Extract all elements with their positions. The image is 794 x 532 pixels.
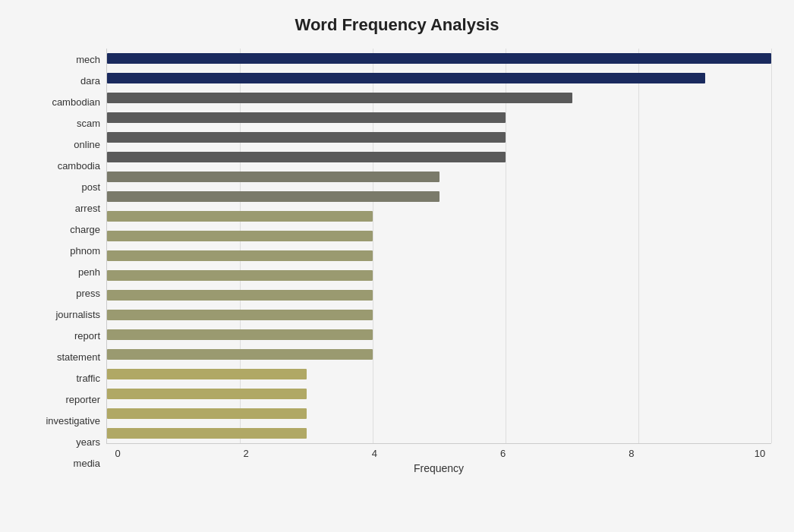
bar bbox=[107, 369, 307, 379]
bar-row bbox=[107, 384, 771, 404]
y-label: journalists bbox=[55, 304, 100, 326]
bar bbox=[107, 53, 771, 64]
y-label: penh bbox=[78, 261, 100, 282]
y-label: report bbox=[74, 326, 100, 347]
y-label: traffic bbox=[76, 368, 100, 389]
bar bbox=[107, 250, 373, 261]
x-tick-label: 6 bbox=[492, 448, 515, 459]
bar-row bbox=[107, 364, 771, 384]
bar bbox=[107, 152, 506, 162]
bar-row bbox=[107, 108, 771, 127]
y-label: online bbox=[74, 134, 100, 155]
y-label: years bbox=[76, 432, 100, 453]
bar-row bbox=[107, 187, 771, 206]
bar-row bbox=[107, 147, 771, 167]
x-tick-label: 0 bbox=[106, 448, 129, 459]
bar bbox=[107, 329, 373, 340]
bar-row bbox=[107, 88, 771, 108]
y-label: cambodia bbox=[58, 155, 100, 176]
bar bbox=[107, 270, 373, 281]
bar-row bbox=[107, 285, 771, 305]
bar bbox=[107, 73, 705, 83]
y-label: dara bbox=[80, 70, 100, 91]
bar bbox=[107, 389, 307, 399]
y-label: cambodian bbox=[52, 91, 100, 112]
bar bbox=[107, 172, 440, 182]
y-label: phnom bbox=[70, 240, 100, 261]
bar bbox=[107, 112, 506, 123]
y-label: mech bbox=[76, 49, 100, 70]
y-label: charge bbox=[70, 219, 100, 240]
bars-area bbox=[106, 49, 771, 444]
x-tick-label: 8 bbox=[620, 448, 643, 459]
bar bbox=[107, 408, 307, 419]
bar-row bbox=[107, 404, 771, 423]
bar-row bbox=[107, 325, 771, 345]
bar-row bbox=[107, 68, 771, 88]
bar-row bbox=[107, 423, 771, 443]
chart-title: Word Frequency Analysis bbox=[23, 15, 771, 35]
bar bbox=[107, 93, 572, 103]
bar bbox=[107, 191, 440, 202]
y-label: media bbox=[74, 453, 100, 474]
x-tick-label: 4 bbox=[363, 448, 386, 459]
y-label: press bbox=[76, 283, 100, 304]
bars-rows bbox=[107, 49, 771, 443]
bar bbox=[107, 211, 373, 222]
y-axis-labels: mechdaracambodianscamonlinecambodiaposta… bbox=[23, 49, 106, 474]
bars-and-x-container: 0246810 Frequency bbox=[106, 49, 771, 474]
bar bbox=[107, 349, 373, 360]
x-tick-label: 2 bbox=[235, 448, 257, 459]
bar-row bbox=[107, 167, 771, 187]
bar-row bbox=[107, 127, 771, 147]
bar-row bbox=[107, 266, 771, 285]
grid-line bbox=[771, 49, 772, 443]
x-axis: 0246810 bbox=[106, 444, 771, 459]
bar-row bbox=[107, 226, 771, 246]
bar bbox=[107, 428, 307, 439]
y-label: statement bbox=[57, 347, 100, 368]
chart-area: mechdaracambodianscamonlinecambodiaposta… bbox=[23, 49, 771, 474]
bar-row bbox=[107, 206, 771, 226]
bar-row bbox=[107, 345, 771, 364]
bar bbox=[107, 310, 373, 320]
y-label: reporter bbox=[65, 389, 100, 411]
y-label: scam bbox=[77, 112, 100, 134]
x-tick-label: 10 bbox=[748, 448, 771, 459]
y-label: arrest bbox=[75, 197, 100, 219]
chart-container: Word Frequency Analysis mechdaracambodia… bbox=[0, 0, 794, 532]
x-axis-title: Frequency bbox=[106, 462, 771, 474]
bar bbox=[107, 132, 506, 143]
bar bbox=[107, 231, 373, 241]
y-label: post bbox=[81, 176, 100, 197]
bar-row bbox=[107, 49, 771, 68]
bar-row bbox=[107, 305, 771, 325]
y-label: investigative bbox=[46, 411, 100, 432]
bar bbox=[107, 290, 373, 301]
bar-row bbox=[107, 246, 771, 266]
